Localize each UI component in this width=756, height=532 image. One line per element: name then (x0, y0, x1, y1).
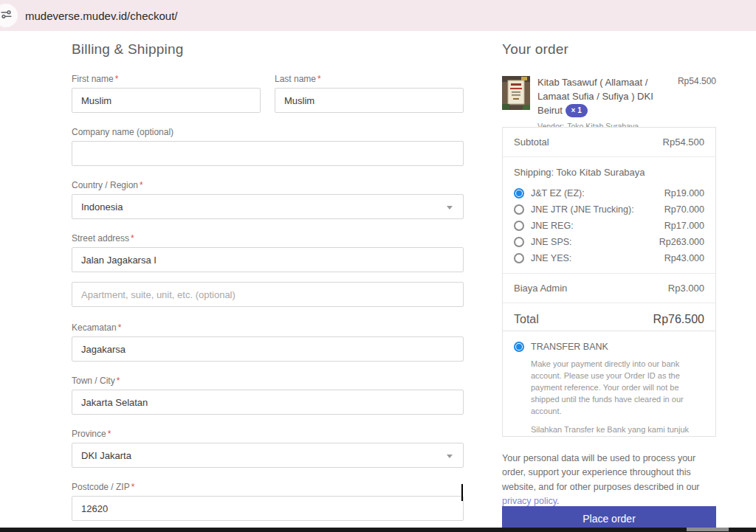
shipping-option-jne-reg[interactable]: JNE REG: Rp17.000 (514, 218, 704, 232)
total-value: Rp76.500 (653, 313, 704, 326)
last-name-input[interactable] (275, 88, 464, 113)
required-marker: * (131, 482, 135, 492)
first-name-group: First name* (72, 74, 261, 113)
tune-icon (0, 8, 13, 24)
country-select[interactable]: Indonesia (72, 194, 464, 219)
country-group: Country / Region* Indonesia (72, 180, 464, 219)
radio-unselected-icon[interactable] (514, 237, 524, 247)
required-marker: * (108, 429, 111, 439)
order-totals-box: Subtotal Rp54.500 Shipping: Toko Kitab S… (502, 127, 716, 336)
payment-description-id: Silahkan Transfer ke Bank yang kami tunj… (531, 424, 704, 437)
shipping-option-price: Rp70.000 (664, 204, 704, 215)
site-settings-button[interactable] (0, 4, 18, 27)
shipping-option-jne-yes[interactable]: JNE YES: Rp43.000 (514, 251, 704, 265)
kecamatan-input[interactable] (72, 336, 464, 362)
your-order-heading: Your order (502, 41, 716, 58)
chevron-down-icon (447, 206, 453, 210)
total-label: Total (514, 313, 539, 326)
required-marker: * (317, 74, 321, 84)
privacy-policy-link[interactable]: privacy policy (502, 496, 557, 506)
shipping-option-label: JNE JTR (JNE Trucking): (531, 204, 634, 215)
billing-heading: Billing & Shipping (72, 41, 464, 58)
scrollbar-thumb[interactable] (687, 528, 729, 531)
text-cursor (461, 484, 463, 501)
required-marker: * (140, 180, 143, 190)
company-input[interactable] (72, 141, 464, 166)
radio-unselected-icon[interactable] (514, 221, 524, 231)
apartment-group (72, 282, 464, 307)
product-name[interactable]: Kitab Tasawuf ( Allamaat / Lamaat Sufia … (537, 77, 653, 116)
kecamatan-group: Kecamatan* (72, 322, 464, 362)
radio-selected-icon[interactable] (514, 342, 524, 352)
checkout-form: First name* Last name* Company name (opt… (72, 74, 464, 521)
province-group: Province* DKI Jakarta (72, 429, 464, 468)
province-selected-value: DKI Jakarta (81, 450, 131, 461)
order-item-row: Kitab Tasawuf ( Allamaat / Lamaat Sufia … (502, 76, 716, 132)
country-label: Country / Region (72, 180, 138, 190)
shipping-section: Shipping: Toko Kitab Surabaya J&T EZ (EZ… (503, 157, 715, 274)
browser-url-bar: mudeverse.mudev.id/checkout/ (0, 0, 756, 31)
shipping-option-price: Rp43.000 (664, 253, 704, 263)
street-group: Street address* (72, 233, 464, 272)
admin-fee-value: Rp3.000 (668, 283, 704, 294)
radio-selected-icon[interactable] (514, 188, 524, 198)
province-label: Province (72, 429, 106, 439)
chevron-down-icon (447, 455, 453, 458)
payment-method-transfer-bank[interactable]: TRANSFER BANK (514, 342, 704, 352)
url-text[interactable]: mudeverse.mudev.id/checkout/ (25, 10, 178, 22)
street-address-input[interactable] (72, 247, 464, 272)
billing-shipping-section: Billing & Shipping First name* Last name… (72, 31, 464, 532)
city-input[interactable] (72, 390, 464, 415)
admin-fee-label: Biaya Admin (514, 283, 567, 294)
required-marker: * (131, 233, 134, 243)
postcode-input[interactable] (72, 496, 464, 521)
payment-method-label: TRANSFER BANK (531, 342, 608, 352)
window-edge (0, 528, 756, 532)
product-image (502, 76, 530, 110)
last-name-label: Last name (275, 74, 316, 84)
shipping-heading: Shipping: Toko Kitab Surabaya (514, 167, 704, 178)
shipping-option-jne-sps[interactable]: JNE SPS: Rp263.000 (514, 235, 704, 249)
country-selected-value: Indonesia (81, 201, 123, 213)
subtotal-label: Subtotal (514, 137, 549, 148)
kecamatan-label: Kecamatan (72, 322, 117, 333)
product-price: Rp54.500 (678, 76, 716, 132)
shipping-option-price: Rp19.000 (664, 188, 704, 198)
payment-description-en: Make your payment directly into our bank… (531, 359, 704, 418)
required-marker: * (118, 322, 122, 333)
shipping-option-jnt-ez[interactable]: J&T EZ (EZ): Rp19.000 (514, 186, 704, 200)
shipping-option-label: J&T EZ (EZ): (531, 188, 585, 198)
order-summary-section: Your order Kitab Tasawuf ( Allamaat / La… (502, 31, 716, 58)
privacy-text: Your personal data will be used to proce… (502, 453, 700, 492)
shipping-option-label: JNE YES: (531, 253, 571, 263)
postcode-label: Postcode / ZIP (72, 482, 130, 492)
province-select[interactable]: DKI Jakarta (72, 443, 464, 468)
street-label: Street address (72, 233, 129, 243)
city-group: Town / City* (72, 376, 464, 415)
subtotal-value: Rp54.500 (663, 137, 704, 148)
first-name-input[interactable] (72, 88, 261, 113)
apartment-input[interactable] (72, 282, 464, 307)
radio-unselected-icon[interactable] (514, 204, 524, 215)
shipping-option-price: Rp17.000 (664, 221, 704, 231)
first-name-label: First name (72, 74, 114, 84)
last-name-group: Last name* (275, 74, 464, 113)
shipping-option-price: Rp263.000 (659, 237, 704, 247)
privacy-notice: Your personal data will be used to proce… (502, 452, 716, 509)
required-marker: * (117, 376, 120, 386)
shipping-option-label: JNE REG: (531, 221, 574, 231)
shipping-option-label: JNE SPS: (531, 237, 572, 247)
city-label: Town / City (72, 376, 115, 386)
company-label: Company name (optional) (72, 127, 464, 137)
postcode-group: Postcode / ZIP* (72, 482, 464, 521)
radio-unselected-icon[interactable] (514, 253, 524, 263)
admin-fee-row: Biaya Admin Rp3.000 (503, 274, 715, 303)
subtotal-row: Subtotal Rp54.500 (503, 128, 715, 157)
payment-methods-box: TRANSFER BANK Make your payment directly… (502, 331, 716, 437)
company-group: Company name (optional) (72, 127, 464, 166)
shipping-option-jne-jtr[interactable]: JNE JTR (JNE Trucking): Rp70.000 (514, 202, 704, 216)
required-marker: * (115, 74, 119, 84)
quantity-badge: × 1 (566, 104, 588, 118)
privacy-text-end: . (557, 496, 559, 506)
